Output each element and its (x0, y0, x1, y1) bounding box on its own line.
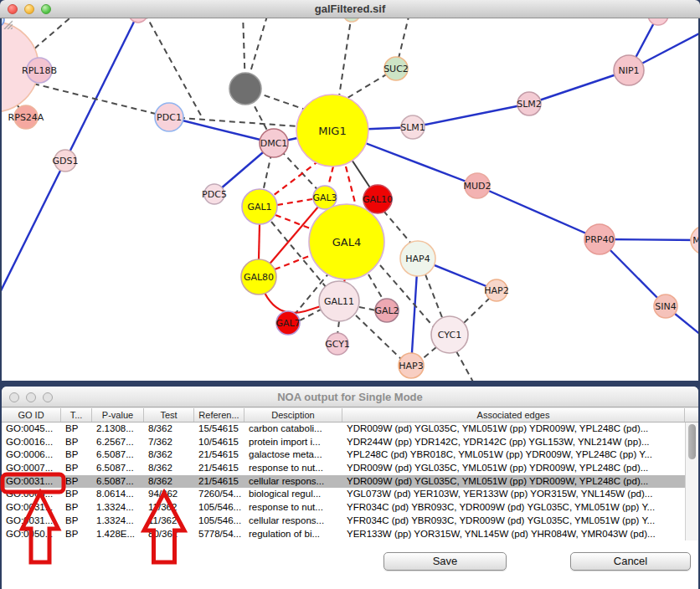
node-partial-top1[interactable] (129, 18, 147, 23)
table-cell: 6.2567... (92, 436, 144, 449)
node-SLM2[interactable]: SLM2 (517, 92, 542, 115)
edge-blue (477, 186, 600, 239)
node-GAL80[interactable]: GAL80 (241, 259, 276, 294)
table-row[interactable]: GO:0006...BP6.5087...8/36221/54615galact… (2, 448, 698, 462)
table-cell: 5778/54... (194, 528, 244, 541)
edge-dash (145, 18, 201, 115)
table-row[interactable]: GO:0031...BP1.3324...11/362105/546...res… (2, 501, 698, 515)
scrollbar-thumb[interactable] (688, 424, 696, 459)
network-canvas[interactable]: RPL18BRPS24AGDS1PDC1DMC1MIG1SUC2SLM1SLM2… (2, 18, 698, 381)
table-cell: 11/362 (144, 501, 194, 515)
edge-dash (425, 274, 443, 320)
column-header-associated-edges[interactable]: Associated edges (342, 408, 685, 422)
node-GAL1[interactable]: GAL1 (242, 189, 277, 224)
node-partial-top3-circle[interactable] (648, 18, 668, 25)
table-row[interactable]: GO:0016...BP6.2567...7/36210/54615protei… (2, 436, 698, 449)
node-label: HAP4 (405, 254, 430, 264)
table-row[interactable]: GO:0065...BP8.0614...94/3627260/54...bio… (2, 488, 698, 501)
table-cell: GO:0016... (2, 436, 61, 449)
node-MSL1[interactable]: MSL1 (691, 226, 698, 254)
node-GAL11[interactable]: GAL11 (319, 281, 359, 321)
node-label: HAP3 (399, 361, 423, 371)
table-cell: biological regul... (244, 488, 342, 501)
node-NIP1[interactable]: NIP1 (614, 55, 644, 85)
column-header-go-id[interactable]: GO ID (2, 408, 61, 422)
node-partial-top1-circle[interactable] (129, 18, 147, 23)
column-header-t-[interactable]: T... (61, 408, 92, 422)
node-SLM1[interactable]: SLM1 (400, 115, 425, 139)
table-cell: BP (61, 448, 92, 462)
node-DMC1[interactable]: DMC1 (260, 129, 288, 157)
table-cell: 2.1308... (92, 423, 144, 436)
table-cell: cellular respons... (244, 475, 342, 489)
column-header-test[interactable]: Test (144, 408, 194, 422)
table-cell: 21/54615 (194, 462, 244, 475)
table-row[interactable]: GO:0045...BP2.1308...8/36215/54615carbon… (2, 423, 698, 436)
table-cell: GO:0007... (2, 462, 61, 475)
table-cell: 21/54615 (194, 475, 244, 489)
node-GAL3[interactable]: GAL3 (312, 186, 337, 209)
column-header-p-value[interactable]: P-value (92, 408, 144, 422)
node-label: GAL3 (312, 192, 337, 203)
node-label: GAL11 (324, 296, 354, 307)
node-SIN4[interactable]: SIN4 (654, 294, 677, 318)
resize-grip-icon[interactable] (2, 18, 13, 29)
node-PDC1[interactable]: PDC1 (155, 103, 183, 131)
node-label: GCY1 (325, 339, 350, 350)
node-label: NIP1 (618, 65, 639, 76)
table-cell: 7260/54... (194, 488, 244, 501)
save-button[interactable]: Save (383, 552, 507, 571)
cancel-button[interactable]: Cancel (570, 552, 691, 571)
node-label: MUD2 (463, 181, 491, 192)
table-cell: 105/546... (194, 501, 244, 515)
node-GAL7[interactable]: GAL7 (275, 311, 300, 335)
node-GAL10[interactable]: GAL10 (363, 185, 393, 213)
table-row[interactable]: GO:0007...BP6.5087...8/36221/54615respon… (2, 462, 698, 475)
node-GCY1[interactable]: GCY1 (325, 333, 350, 355)
node-HAP4[interactable]: HAP4 (400, 241, 435, 276)
table-cell: response to nut... (244, 501, 342, 515)
node-label: SUC2 (383, 64, 409, 74)
node-partial-top3[interactable] (648, 18, 668, 25)
node-HAP2[interactable]: HAP2 (484, 279, 508, 301)
node-PRP40[interactable]: PRP40 (584, 224, 615, 254)
node-partial-top2-circle[interactable] (343, 18, 360, 22)
edge-dash (368, 274, 383, 300)
node-RPS24A[interactable]: RPS24A (8, 105, 44, 129)
node-HAP3[interactable]: HAP3 (399, 353, 424, 378)
table-cell: 8/362 (144, 448, 194, 462)
node-GAL2[interactable]: GAL2 (374, 299, 399, 322)
node-label: PDC5 (202, 189, 227, 200)
node-SUC2[interactable]: SUC2 (383, 57, 409, 80)
table-cell: BP (61, 528, 92, 541)
table-cell: GO:0006... (2, 448, 61, 462)
node-label: SLM1 (400, 122, 425, 133)
node-MUD2[interactable]: MUD2 (463, 173, 491, 198)
column-header-desciption[interactable]: Desciption (244, 408, 342, 422)
node-MIG1[interactable]: MIG1 (296, 95, 368, 166)
table-cell: 105/546... (194, 515, 244, 528)
node-partial-top2[interactable] (343, 18, 360, 22)
node-label: PRP40 (585, 234, 615, 245)
table-row[interactable]: GO:0031...BP6.5087...8/36221/54615cellul… (2, 475, 698, 489)
vertical-scrollbar[interactable] (685, 423, 698, 540)
table-row[interactable]: GO:0050...BP1.428E...80/3625778/54...reg… (2, 528, 698, 541)
node-GAL4[interactable]: GAL4 (309, 204, 384, 279)
table-row[interactable]: GO:0031...BP1.3324...11/362105/546...cel… (2, 515, 698, 528)
table-cell: YGL073W (pd) YER103W, YER133W (pp) YOR31… (342, 488, 685, 501)
edge-reddash (346, 166, 357, 209)
node-gray-circle[interactable] (229, 73, 261, 105)
table-cell: 8/362 (144, 462, 194, 475)
node-label: DMC1 (260, 138, 288, 149)
edge-reddash (277, 199, 312, 205)
table-cell: BP (61, 515, 92, 528)
node-label: MIG1 (318, 125, 346, 137)
column-header-referen-[interactable]: Referen... (194, 408, 244, 422)
node-gray[interactable] (229, 73, 261, 105)
node-GDS1[interactable]: GDS1 (53, 150, 79, 172)
table-cell: GO:0065... (2, 488, 61, 501)
edge-red (265, 293, 321, 313)
table-cell: response to nut... (244, 462, 342, 475)
table-cell: GO:0050... (2, 528, 61, 541)
node-CYC1[interactable]: CYC1 (431, 316, 468, 353)
